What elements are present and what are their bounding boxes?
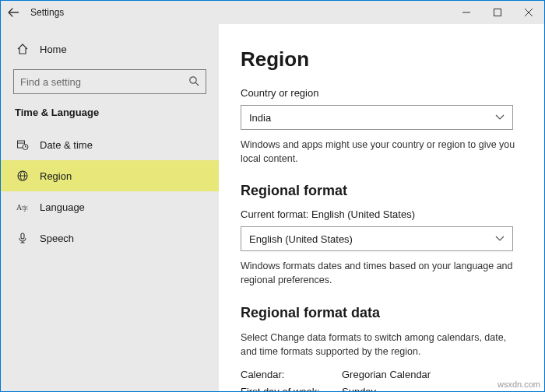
close-icon	[525, 9, 533, 16]
row-key: Calendar:	[241, 366, 342, 383]
watermark: wsxdn.com	[498, 380, 540, 389]
regional-format-data-heading: Regional format data	[241, 305, 522, 321]
home-icon	[16, 43, 29, 55]
maximize-button[interactable]	[482, 1, 513, 24]
sidebar-item-speech[interactable]: Speech	[1, 222, 219, 254]
sidebar-nav: Date & time Region A字 Language	[1, 129, 219, 254]
search-input[interactable]	[20, 76, 188, 88]
sidebar-item-label: Date & time	[40, 139, 93, 151]
sidebar-item-label: Speech	[40, 233, 74, 244]
row-value: Gregorian Calendar	[342, 366, 431, 383]
titlebar: Settings	[1, 1, 544, 24]
chevron-down-icon	[495, 234, 505, 243]
country-value: India	[249, 112, 495, 124]
window-body: Home Time & Language Date & time	[1, 24, 544, 391]
sidebar-section-title: Time & Language	[1, 102, 219, 129]
sidebar-home[interactable]: Home	[1, 35, 219, 63]
current-format-label: Current format: English (United States)	[241, 208, 522, 220]
close-button[interactable]	[513, 1, 544, 24]
sidebar-item-language[interactable]: A字 Language	[1, 191, 219, 222]
home-label: Home	[40, 44, 67, 55]
svg-text:字: 字	[22, 205, 28, 212]
country-label: Country or region	[241, 87, 522, 99]
row-value: Sunday	[342, 383, 376, 391]
format-data-table: Calendar: Gregorian Calendar First day o…	[241, 366, 522, 391]
search-wrap	[1, 63, 219, 102]
page-title: Region	[241, 47, 522, 72]
regional-format-dropdown[interactable]: English (United States)	[241, 226, 513, 251]
row-key: First day of week:	[241, 383, 342, 391]
regional-format-hint: Windows formats dates and times based on…	[241, 259, 521, 287]
maximize-icon	[494, 9, 501, 16]
svg-rect-1	[494, 9, 501, 16]
country-hint: Windows and apps might use your country …	[241, 138, 521, 166]
settings-window: Settings Home	[0, 0, 545, 392]
svg-point-4	[190, 76, 196, 82]
sidebar: Home Time & Language Date & time	[1, 24, 219, 391]
sidebar-item-region[interactable]: Region	[1, 160, 219, 191]
microphone-icon	[16, 232, 29, 244]
table-row: First day of week: Sunday	[241, 383, 522, 391]
calendar-clock-icon	[16, 138, 29, 151]
arrow-left-icon	[8, 8, 19, 17]
content-pane: Region Country or region India Windows a…	[219, 24, 544, 391]
back-button[interactable]	[1, 6, 26, 19]
app-title: Settings	[30, 7, 64, 18]
regional-format-data-hint: Select Change data formats to switch amo…	[241, 331, 521, 359]
sidebar-item-label: Region	[40, 170, 72, 182]
minimize-icon	[462, 9, 470, 16]
minimize-button[interactable]	[451, 1, 482, 24]
sidebar-item-label: Language	[40, 201, 85, 213]
sidebar-item-date-time[interactable]: Date & time	[1, 129, 219, 160]
svg-line-5	[195, 82, 199, 86]
table-row: Calendar: Gregorian Calendar	[241, 366, 522, 383]
svg-rect-16	[21, 233, 24, 239]
search-icon	[188, 75, 199, 89]
regional-format-heading: Regional format	[241, 183, 522, 199]
country-dropdown[interactable]: India	[241, 105, 513, 130]
language-icon: A字	[16, 201, 29, 213]
globe-icon	[16, 170, 29, 182]
regional-format-value: English (United States)	[249, 233, 495, 245]
search-box[interactable]	[13, 69, 206, 94]
chevron-down-icon	[495, 113, 505, 122]
